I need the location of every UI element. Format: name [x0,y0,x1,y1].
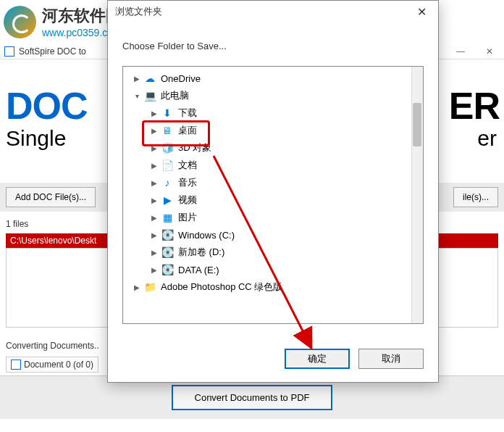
right-file-button[interactable]: ile(s)... [453,187,498,207]
tree-item-label: 此电脑 [161,89,189,102]
tree-item-desktop[interactable]: ▶🖥桌面 [123,122,423,139]
hero-title-left: DOC [6,85,88,127]
tree-scrollbar[interactable] [411,67,423,323]
tree-item-cloud[interactable]: ▶☁OneDrive [123,70,423,87]
tree-item-label: 下载 [178,107,197,120]
tree-item-label: Windows (C:) [178,230,235,241]
drive-icon: 💽 [161,263,174,276]
tree-item-folder[interactable]: ▶📁Adobe Photoshop CC 绿色版 [123,278,423,296]
music-icon: ♪ [161,176,174,189]
minimize-button[interactable]: — [446,43,475,59]
doc-icon [11,360,21,370]
expand-icon[interactable]: ▾ [132,91,142,101]
tree-item-download[interactable]: ▶⬇下载 [123,104,423,122]
dialog-title: 浏览文件夹 [115,5,162,18]
expand-icon[interactable]: ▶ [132,73,142,83]
expand-icon[interactable]: ▶ [149,160,159,170]
tree-item-label: 音乐 [178,176,197,189]
add-doc-button[interactable]: Add DOC File(s)... [6,187,96,207]
tree-item-label: OneDrive [161,73,201,84]
expand-icon[interactable]: ▶ [149,125,159,136]
tree-item-label: 文档 [178,159,197,172]
folder-icon: 📁 [143,281,156,294]
download-icon: ⬇ [161,107,174,120]
tree-item-pc[interactable]: ▾💻此电脑 [123,87,423,104]
tree-item-docs[interactable]: ▶📄文档 [123,157,423,174]
tree-item-label: DATA (E:) [178,265,219,275]
hero-sub-left: Single [6,126,66,150]
tree-item-music[interactable]: ▶♪音乐 [123,174,423,191]
dialog-titlebar: 浏览文件夹 ✕ [108,1,438,22]
close-button[interactable]: ✕ [475,43,504,59]
docs-icon: 📄 [161,159,174,172]
video-icon: ▶ [161,194,174,207]
main-title: SoftSpire DOC to [19,46,86,57]
tree-item-label: Adobe Photoshop CC 绿色版 [161,281,282,294]
pics-icon: ▦ [161,211,174,224]
expand-icon[interactable]: ▶ [149,178,159,188]
browse-folder-dialog: 浏览文件夹 ✕ Choose Folder to Save... ▶☁OneDr… [107,0,439,383]
folder-tree[interactable]: ▶☁OneDrive▾💻此电脑▶⬇下载▶🖥桌面▶🧊3D 对象▶📄文档▶♪音乐▶▶… [122,66,424,324]
tree-item-label: 图片 [178,211,197,224]
tree-item-label: 桌面 [178,124,197,137]
tree-item-label: 新加卷 (D:) [178,246,224,259]
files-count-label: 1 files [6,219,28,229]
desktop-icon: 🖥 [161,124,174,137]
expand-icon[interactable]: ▶ [149,230,159,240]
doc-counter-text: Document 0 (of 0) [24,360,93,370]
hero-sub-right: er [477,126,497,151]
expand-icon[interactable]: ▶ [149,195,159,205]
cancel-button[interactable]: 取消 [358,349,424,369]
tree-item-drive[interactable]: ▶💽Windows (C:) [123,226,423,244]
convert-button[interactable]: Convert Documents to PDF [172,385,333,410]
tree-item-video[interactable]: ▶▶视频 [123,191,423,209]
expand-icon[interactable]: ▶ [132,282,142,292]
expand-icon[interactable]: ▶ [149,265,159,275]
tree-item-drive[interactable]: ▶💽DATA (E:) [123,261,423,278]
expand-icon[interactable]: ▶ [149,212,159,223]
logo-icon [4,6,36,38]
close-icon[interactable]: ✕ [413,5,431,19]
expand-icon[interactable]: ▶ [149,108,159,118]
expand-icon[interactable]: ▶ [149,247,159,257]
dialog-caption: Choose Folder to Save... [108,22,438,59]
drive-icon: 💽 [161,246,174,259]
ok-button[interactable]: 确定 [285,349,350,369]
app-icon [4,46,14,57]
pc-icon: 💻 [143,89,156,102]
status-text: Converting Documents.. [6,341,99,351]
hero-title-right: ER [449,84,500,128]
cloud-icon: ☁ [143,72,156,85]
tree-item-label: 视频 [178,194,197,207]
drive-icon: 💽 [161,228,174,241]
tree-item-drive[interactable]: ▶💽新加卷 (D:) [123,244,423,261]
tree-item-pics[interactable]: ▶▦图片 [123,209,423,226]
document-counter: Document 0 (of 0) [6,357,98,373]
